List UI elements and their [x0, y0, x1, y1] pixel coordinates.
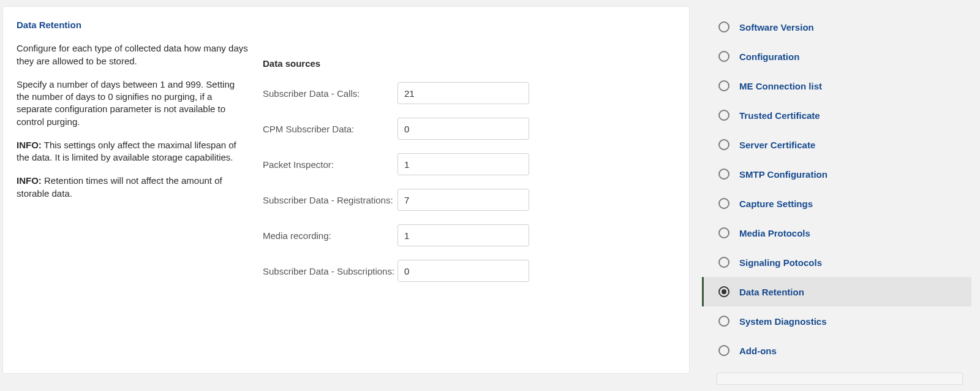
nav-item-system-diagnostics[interactable]: System Diagnostics	[702, 306, 971, 336]
nav-item-configuration[interactable]: Configuration	[702, 42, 971, 71]
nav-item-label: Trusted Certificate	[739, 110, 820, 121]
info-line-1: INFO: This settings only affect the maxi…	[17, 139, 249, 164]
nav-item-label: Signaling Potocols	[739, 257, 822, 268]
description-column: Data Retention Configure for each type o…	[17, 19, 249, 295]
nav-item-software-version[interactable]: Software Version	[702, 12, 971, 42]
field-subscriber-subscriptions: Subscriber Data - Subscriptions:	[263, 260, 676, 282]
nav-item-label: Capture Settings	[739, 199, 813, 209]
nav-item-label: Server Certificate	[739, 140, 815, 150]
radio-icon	[718, 169, 729, 180]
field-subscriber-calls: Subscriber Data - Calls:	[263, 82, 676, 104]
cpm-subscriber-input[interactable]	[398, 118, 529, 140]
field-label: Packet Inspector:	[263, 153, 398, 171]
nav-item-server-certificate[interactable]: Server Certificate	[702, 130, 971, 159]
info-label: INFO:	[17, 175, 42, 186]
field-cpm-subscriber: CPM Subscriber Data:	[263, 118, 676, 140]
subscriber-subscriptions-input[interactable]	[398, 260, 529, 282]
radio-icon	[718, 316, 729, 327]
radio-icon	[718, 345, 729, 356]
radio-icon	[718, 198, 729, 209]
radio-icon	[718, 257, 729, 268]
info-text: Retention times will not affect the amou…	[17, 175, 222, 198]
radio-icon	[718, 227, 729, 238]
nav-item-capture-settings[interactable]: Capture Settings	[702, 189, 971, 218]
nav-item-me-connection-list[interactable]: ME Connection list	[702, 71, 971, 101]
description-paragraph-2: Specify a number of days between 1 and 9…	[17, 78, 249, 128]
nav-item-label: Add-ons	[739, 346, 777, 356]
subscriber-calls-input[interactable]	[398, 82, 529, 104]
nav-item-add-ons[interactable]: Add-ons	[702, 336, 971, 365]
main-card: Data Retention Configure for each type o…	[2, 6, 690, 374]
nav-item-data-retention[interactable]: Data Retention	[702, 277, 971, 306]
collapsed-panel[interactable]	[717, 373, 963, 385]
nav-item-label: Data Retention	[739, 287, 804, 297]
media-recording-input[interactable]	[398, 224, 529, 246]
info-line-2: INFO: Retention times will not affect th…	[17, 175, 249, 200]
nav-item-label: SMTP Configuration	[739, 169, 827, 180]
nav-item-label: Configuration	[739, 51, 799, 62]
nav-item-label: Media Protocols	[739, 228, 810, 238]
nav-item-signaling-protocols[interactable]: Signaling Potocols	[702, 248, 971, 277]
nav-item-trusted-certificate[interactable]: Trusted Certificate	[702, 101, 971, 130]
nav-item-smtp-configuration[interactable]: SMTP Configuration	[702, 159, 971, 189]
field-label: Subscriber Data - Calls:	[263, 82, 398, 100]
page-title: Data Retention	[17, 19, 249, 31]
packet-inspector-input[interactable]	[398, 153, 529, 175]
field-packet-inspector: Packet Inspector:	[263, 153, 676, 175]
field-media-recording: Media recording:	[263, 224, 676, 246]
field-subscriber-registrations: Subscriber Data - Registrations:	[263, 189, 676, 211]
info-label: INFO:	[17, 140, 42, 150]
field-label: Subscriber Data - Subscriptions:	[263, 260, 398, 278]
nav-item-label: Software Version	[739, 22, 814, 32]
form-column: Data sources Subscriber Data - Calls: CP…	[263, 19, 676, 295]
radio-icon	[718, 80, 729, 91]
radio-icon	[718, 21, 729, 32]
field-label: Media recording:	[263, 224, 398, 242]
radio-icon	[718, 286, 729, 297]
radio-icon	[718, 139, 729, 150]
radio-icon	[718, 51, 729, 62]
description-paragraph-1: Configure for each type of collected dat…	[17, 42, 249, 67]
form-heading: Data sources	[263, 58, 676, 69]
side-nav: Software Version Configuration ME Connec…	[702, 6, 971, 385]
field-label: Subscriber Data - Registrations:	[263, 189, 398, 207]
radio-icon	[718, 110, 729, 121]
nav-item-label: System Diagnostics	[739, 316, 827, 327]
nav-item-label: ME Connection list	[739, 81, 822, 91]
info-text: This settings only affect the maximal li…	[17, 140, 236, 162]
field-label: CPM Subscriber Data:	[263, 118, 398, 135]
subscriber-registrations-input[interactable]	[398, 189, 529, 211]
nav-item-media-protocols[interactable]: Media Protocols	[702, 218, 971, 248]
